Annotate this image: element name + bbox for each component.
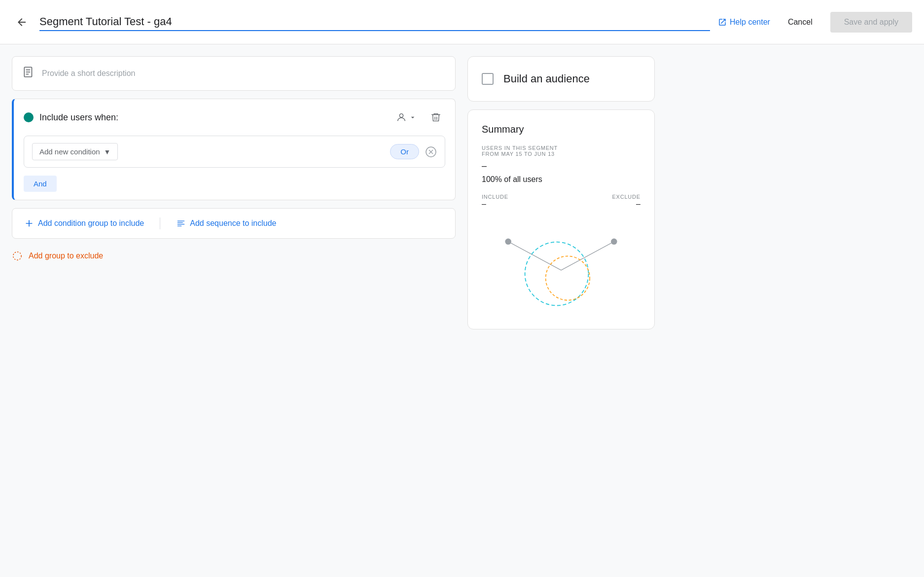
delete-condition-group-button[interactable] [426, 108, 445, 127]
add-condition-group-link[interactable]: Add condition group to include [24, 218, 144, 228]
header-actions: Help center Cancel Save and apply [718, 12, 912, 33]
build-audience-checkbox[interactable] [482, 73, 494, 85]
include-column: INCLUDE – [482, 194, 508, 209]
help-center-link[interactable]: Help center [718, 18, 770, 27]
user-icon [396, 112, 407, 123]
segment-title-input[interactable] [39, 13, 710, 31]
svg-point-4 [399, 114, 403, 117]
exclude-group: Add group to exclude [12, 247, 456, 265]
remove-condition-button[interactable] [425, 146, 437, 158]
cancel-button[interactable]: Cancel [780, 14, 820, 31]
add-exclude-group-link[interactable]: Add group to exclude [29, 252, 103, 260]
dropdown-chevron-icon: ▼ [104, 148, 111, 156]
condition-group: Include users when: [12, 99, 456, 200]
summary-title: Summary [482, 124, 640, 135]
add-group-row: Add condition group to include Add seque… [12, 208, 456, 239]
condition-body: Add new condition ▼ Or And [14, 136, 455, 200]
include-dash: – [482, 200, 508, 209]
external-link-icon [718, 18, 727, 27]
exclude-dashed-circle-icon [12, 251, 23, 261]
add-new-condition-button[interactable]: Add new condition ▼ [32, 143, 118, 160]
and-button[interactable]: And [24, 176, 57, 192]
condition-title: Include users when: [39, 112, 386, 123]
svg-point-21 [525, 242, 589, 306]
description-box: Provide a short description [12, 56, 456, 91]
description-placeholder: Provide a short description [42, 69, 135, 78]
back-icon [16, 16, 28, 28]
users-in-segment-label: USERS IN THIS SEGMENT FROM MAY 15 TO JUN… [482, 145, 640, 157]
or-button[interactable]: Or [390, 144, 419, 159]
vertical-divider [160, 217, 160, 229]
chevron-down-icon [409, 113, 417, 121]
summary-include-exclude-row: INCLUDE – EXCLUDE – [482, 194, 640, 209]
add-sequence-link[interactable]: Add sequence to include [176, 218, 276, 228]
header: Help center Cancel Save and apply [0, 0, 924, 44]
svg-point-19 [611, 239, 617, 245]
trash-icon [430, 112, 441, 123]
close-circle-icon [425, 146, 437, 158]
exclude-column: EXCLUDE – [612, 194, 640, 209]
exclude-label: EXCLUDE [612, 194, 640, 200]
venn-svg [482, 216, 640, 315]
build-audience-card: Build an audience [467, 56, 655, 102]
condition-header: Include users when: [14, 99, 455, 136]
description-icon [22, 66, 35, 81]
svg-line-18 [508, 242, 561, 270]
right-panel: Build an audience Summary USERS IN THIS … [467, 56, 655, 329]
main-layout: Provide a short description Include user… [0, 44, 924, 341]
svg-point-16 [13, 252, 22, 260]
exclude-dash: – [612, 200, 640, 209]
condition-row: Add new condition ▼ Or [24, 136, 445, 168]
summary-card: Summary USERS IN THIS SEGMENT FROM MAY 1… [467, 109, 655, 329]
include-label: INCLUDE [482, 194, 508, 200]
sequence-icon [176, 218, 186, 228]
back-button[interactable] [12, 12, 32, 32]
summary-dash-value: – [482, 161, 640, 171]
save-apply-button[interactable]: Save and apply [830, 12, 912, 33]
venn-diagram [482, 216, 640, 315]
left-panel: Provide a short description Include user… [12, 56, 456, 265]
build-audience-title: Build an audience [503, 72, 590, 85]
svg-point-17 [505, 239, 511, 245]
user-scope-button[interactable] [392, 109, 421, 126]
svg-point-22 [546, 256, 590, 300]
plus-icon [24, 218, 34, 228]
summary-percent-label: 100% of all users [482, 175, 640, 184]
teal-dot [24, 112, 34, 122]
